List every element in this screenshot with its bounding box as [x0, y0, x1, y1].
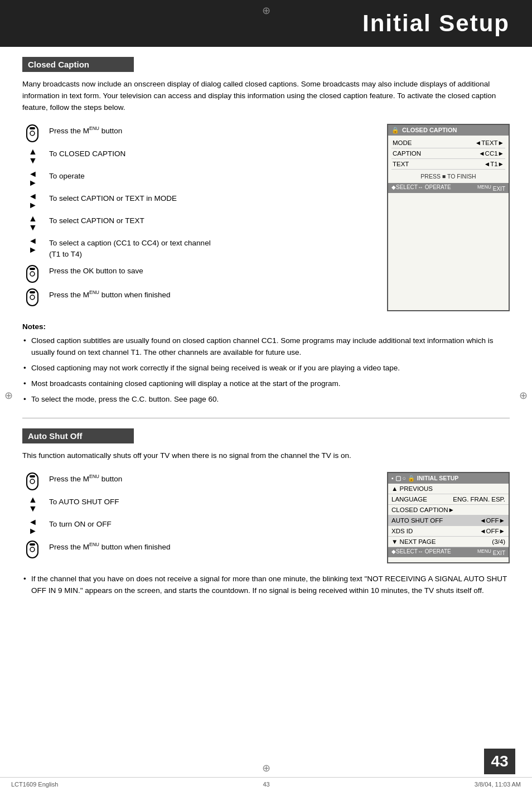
osd2-row-closed-caption: CLOSED CAPTION►	[388, 505, 509, 515]
osd2-previous-label: ▲ PREVIOUS	[391, 485, 433, 492]
s2-step3-text: To turn ON or OFF	[49, 518, 112, 530]
note-item: Closed caption subtitles are usually fou…	[22, 335, 510, 359]
s2-step4-text: Press the MENU button when finished	[49, 540, 171, 553]
svg-point-11	[30, 479, 35, 484]
step-row: ▲▼ To CLOSED CAPTION	[22, 147, 370, 165]
osd1-title: CLOSED CAPTION	[402, 127, 457, 133]
footer-center: 43	[263, 781, 269, 788]
svg-rect-4	[30, 268, 35, 270]
remote-button-icon-s2a	[24, 472, 41, 491]
page-number: 43	[484, 749, 515, 774]
step-icon-remote	[22, 124, 42, 143]
step-row: Press the MENU button when finished	[22, 540, 370, 559]
note-item: To select the mode, press the C.C. butto…	[22, 394, 510, 406]
step-row: Press the MENU button	[22, 472, 370, 491]
step-row: ▲▼ To AUTO SHUT OFF	[22, 495, 370, 513]
osd2-language-label: LANGUAGE	[391, 496, 427, 503]
svg-point-14	[30, 547, 35, 552]
step-icon-arrow-ud: ▲▼	[22, 147, 42, 165]
step-icon-lr-s2: ◄►	[22, 518, 42, 536]
osd1-titlebar: 🔒 CLOSED CAPTION	[388, 125, 509, 136]
step8-text: Press the MENU button when finished	[49, 288, 171, 301]
closed-caption-section: Closed Caption Many broadcasts now inclu…	[22, 57, 510, 406]
osd1-row-text: TEXT ◄T1►	[391, 159, 505, 170]
step-row: ▲▼ To select CAPTION or TEXT	[22, 214, 370, 232]
osd1-lock-icon: 🔒	[391, 127, 399, 134]
step5-text: To select CAPTION or TEXT	[49, 214, 144, 226]
step4-text: To select CAPTION or TEXT in MODE	[49, 192, 177, 204]
osd2-auto-shut-value: ◄OFF►	[480, 517, 505, 524]
section-divider	[22, 418, 510, 418]
notes-label: Notes:	[22, 322, 510, 331]
osd2-footer-left: ◆SELECT↔ OPERATE	[391, 548, 451, 556]
osd1-caption-value: ◄CC1►	[478, 150, 504, 157]
osd2-xds-value: ◄OFF►	[480, 528, 505, 534]
svg-rect-7	[30, 291, 35, 293]
svg-rect-1	[30, 127, 35, 129]
osd2-row-xds-id: XDS ID ◄OFF►	[388, 526, 509, 537]
step-icon-arrow-lr2: ◄►	[22, 192, 42, 210]
step-icon-ud-s2: ▲▼	[22, 495, 42, 513]
step-row: ◄► To turn ON or OFF	[22, 518, 370, 536]
registration-mark-right: ⊕	[519, 389, 528, 402]
step-icon-remote-s2b	[22, 540, 42, 559]
section1-intro: Many broadcasts now include an onscreen …	[22, 79, 510, 114]
osd2-next-page-value: (3/4)	[492, 538, 505, 545]
s2-step2-text: To AUTO SHUT OFF	[49, 495, 119, 508]
osd1-mode-value: ◄TEXT►	[475, 139, 504, 146]
notes-section: Notes: Closed caption subtitles are usua…	[22, 322, 510, 406]
s2-step1-text: Press the MENU button	[49, 472, 122, 485]
osd2-next-page-label: ▼ NEXT PAGE	[391, 538, 436, 545]
note-item: Most broadcasts containing closed captio…	[22, 378, 510, 390]
osd2-auto-shut-label: AUTO SHUT OFF	[391, 517, 443, 524]
section2-steps-container: Press the MENU button ▲▼ To AUTO SHUT OF…	[22, 472, 510, 563]
osd2-row-auto-shut-off: AUTO SHUT OFF ◄OFF►	[388, 515, 509, 526]
step-row: Press the MENU button	[22, 124, 370, 143]
osd2-xds-label: XDS ID	[391, 528, 413, 534]
svg-rect-13	[30, 543, 35, 546]
osd2-closed-caption-label: CLOSED CAPTION►	[391, 507, 454, 513]
step-row: ◄► To operate	[22, 170, 370, 187]
step-icon-arrow-lr3: ◄►	[22, 237, 42, 254]
remote-button-icon	[24, 124, 41, 143]
remote-button-icon3	[24, 288, 41, 307]
registration-mark-bottom: ⊕	[262, 762, 270, 774]
step1-text: Press the MENU button	[49, 124, 122, 137]
osd2-language-value: ENG. FRAN. ESP.	[453, 496, 505, 503]
step3-text: To operate	[49, 170, 85, 182]
section1-steps-left: Press the MENU button ▲▼ To CLOSED CAPTI…	[22, 124, 370, 312]
osd1-mode-label: MODE	[393, 139, 412, 146]
auto-shutoff-bullet-note: If the channel that you have on does not…	[22, 573, 510, 597]
section2-intro: This function automatically shuts off yo…	[22, 450, 510, 462]
osd1-body: MODE ◄TEXT► CAPTION ◄CC1► TEXT ◄T1► PRES…	[388, 136, 509, 183]
osd1-press-finish: PRESS ■ TO FINISH	[391, 170, 505, 181]
note-item: Closed captioning may not work correctly…	[22, 363, 510, 374]
footer-left: LCT1609 English	[11, 781, 58, 788]
step7-text: Press the OK button to save	[49, 264, 143, 277]
osd1-row-caption: CAPTION ◄CC1►	[391, 148, 505, 159]
osd1-text-label: TEXT	[393, 161, 409, 167]
svg-point-8	[30, 295, 35, 300]
step2-text: To CLOSED CAPTION	[49, 147, 125, 160]
step-row: ◄► To select a caption (CC1 to CC4) or t…	[22, 237, 370, 261]
menu-label: MENU	[477, 184, 491, 190]
step-icon-remote2	[22, 264, 42, 283]
osd-screen-2: ▪ ▢ ○ 🔒 INITIAL SETUP ▲ PREVIOUS LANGUAG…	[387, 472, 510, 563]
osd1-footer-right: MENU EXIT	[477, 184, 505, 192]
osd2-row-previous: ▲ PREVIOUS	[388, 484, 509, 494]
osd2-icons: ▪ ▢ ○ 🔒	[391, 475, 415, 482]
osd-screen-1: 🔒 CLOSED CAPTION MODE ◄TEXT► CAPTION ◄CC…	[387, 124, 510, 312]
footer-right: 3/8/04, 11:03 AM	[475, 781, 521, 788]
page-title: Initial Setup	[362, 10, 510, 36]
step-icon-remote-s2	[22, 472, 42, 491]
remote-button-icon-s2b	[24, 540, 41, 559]
section1-heading: Closed Caption	[22, 57, 134, 72]
osd1-caption-label: CAPTION	[393, 150, 421, 157]
svg-point-2	[30, 131, 35, 136]
osd2-title: INITIAL SETUP	[417, 475, 458, 481]
step-icon-remote3	[22, 288, 42, 307]
step-row: Press the OK button to save	[22, 264, 370, 283]
menu-label2: MENU	[477, 548, 491, 554]
svg-point-5	[30, 272, 35, 276]
step-icon-arrow-ud2: ▲▼	[22, 214, 42, 232]
